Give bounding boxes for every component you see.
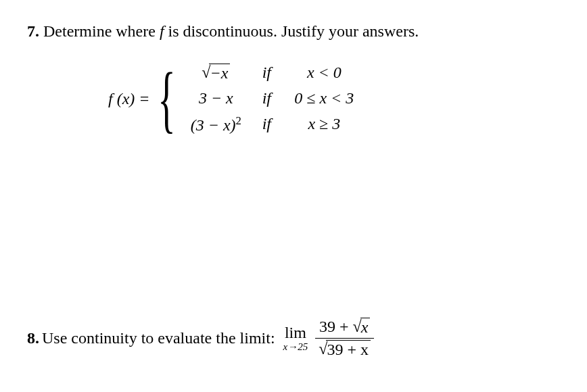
case-3-expr: (3 − x)2 bbox=[179, 114, 253, 134]
limit-sub: x→25 bbox=[283, 342, 308, 352]
sqrt-arg-2: x bbox=[360, 318, 371, 336]
left-brace: { bbox=[158, 66, 175, 132]
sqrt-neg-x: √ −x bbox=[202, 64, 230, 82]
problem-7-text-2: is discontinuous. Justify your answers. bbox=[168, 22, 419, 40]
case-row-2: 3 − x if 0 ≤ x < 3 bbox=[179, 89, 368, 107]
case-3-sup: 2 bbox=[236, 114, 241, 127]
problem-7-fvar: f bbox=[160, 22, 168, 40]
case-1-cond: x < 0 bbox=[280, 64, 368, 82]
function-label: f (x) = bbox=[108, 90, 150, 108]
limit-lim: lim bbox=[285, 324, 306, 341]
case-row-1: √ −x if x < 0 bbox=[179, 64, 368, 82]
cases-container: √ −x if x < 0 3 − x if 0 ≤ x < 3 (3 − x)… bbox=[179, 64, 368, 134]
case-3-if: if bbox=[253, 115, 280, 133]
limit-expression: lim x→25 bbox=[283, 324, 308, 352]
case-1-if: if bbox=[253, 64, 280, 82]
case-2-if: if bbox=[253, 89, 280, 107]
num-const: 39 + bbox=[319, 318, 353, 335]
fraction-numerator: 39 + √x bbox=[315, 318, 374, 338]
problem-7-text-1: Determine where bbox=[43, 22, 160, 40]
case-row-3: (3 − x)2 if x ≥ 3 bbox=[179, 114, 368, 134]
problem-8: 8. Use continuity to evaluate the limit:… bbox=[27, 318, 560, 358]
den-sqrt-text: 39 + x bbox=[327, 341, 369, 358]
problem-7-statement: 7. Determine where f is discontinuous. J… bbox=[27, 20, 560, 43]
problem-7: 7. Determine where f is discontinuous. J… bbox=[27, 20, 560, 134]
case-3-cond: x ≥ 3 bbox=[280, 115, 368, 133]
case-1-expr: √ −x bbox=[179, 64, 253, 82]
case-2-expr: 3 − x bbox=[179, 89, 253, 107]
sqrt-num: √x bbox=[352, 318, 370, 336]
sqrt-den: √39 + x bbox=[319, 340, 371, 358]
piecewise-function: f (x) = { √ −x if x < 0 3 − x if 0 ≤ x <… bbox=[108, 64, 368, 134]
problem-8-text: Use continuity to evaluate the limit: bbox=[42, 329, 275, 347]
sqrt-arg-3: 39 + x bbox=[326, 340, 371, 358]
case-2-cond: 0 ≤ x < 3 bbox=[280, 89, 368, 107]
problem-number-7: 7. bbox=[27, 22, 39, 40]
fraction-denominator: √39 + x bbox=[314, 339, 375, 358]
sqrt-arg-1: −x bbox=[209, 64, 230, 82]
case-3-base: (3 − x) bbox=[191, 116, 236, 134]
fraction: 39 + √x √39 + x bbox=[314, 318, 375, 358]
problem-number-8: 8. bbox=[27, 329, 39, 347]
problem-8-statement: 8. Use continuity to evaluate the limit:… bbox=[27, 318, 560, 358]
